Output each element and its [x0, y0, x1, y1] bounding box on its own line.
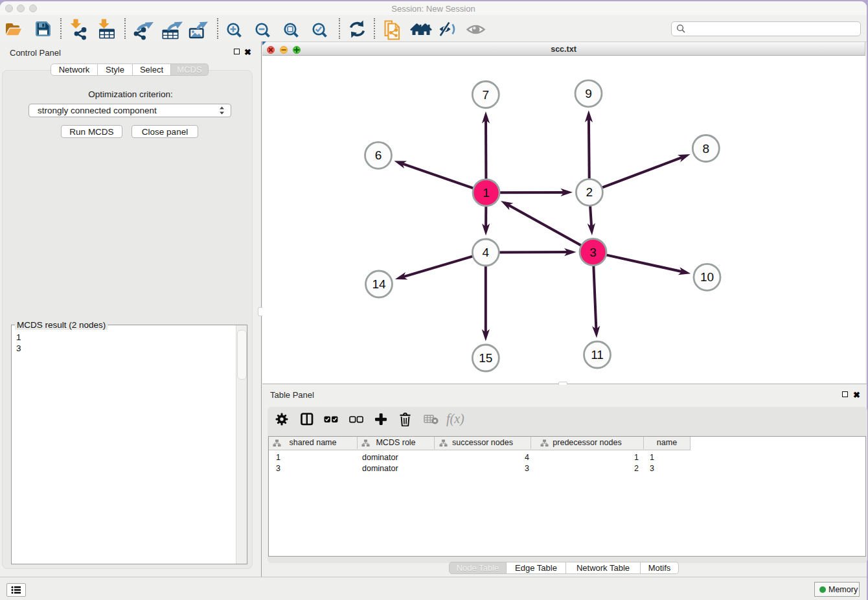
- svg-text:1: 1: [483, 186, 490, 200]
- svg-text:11: 11: [591, 348, 604, 362]
- svg-text:9: 9: [585, 87, 592, 100]
- svg-text:10: 10: [700, 270, 714, 284]
- svg-text:8: 8: [703, 142, 710, 156]
- svg-text:7: 7: [483, 88, 490, 102]
- svg-text:6: 6: [375, 148, 382, 162]
- svg-text:14: 14: [372, 277, 386, 291]
- svg-text:2: 2: [586, 185, 593, 199]
- svg-text:3: 3: [589, 246, 597, 259]
- svg-text:4: 4: [483, 246, 490, 259]
- svg-text:15: 15: [479, 351, 492, 365]
